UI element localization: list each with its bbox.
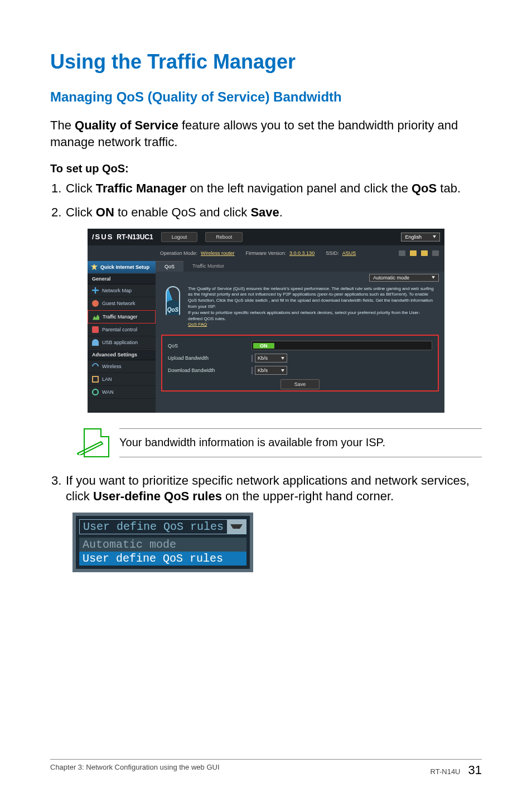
- dropdown-screenshot: User define QoS rules Automatic mode Use…: [50, 513, 482, 572]
- step1-c: tab.: [437, 181, 461, 195]
- wan-icon: [92, 389, 99, 395]
- step-1-number: 1.: [51, 181, 66, 197]
- footer-chapter: Chapter 3: Network Configuration using t…: [50, 763, 220, 777]
- quick-setup-label: Quick Internet Setup: [100, 264, 149, 270]
- reboot-button[interactable]: Reboot: [205, 232, 243, 242]
- qos-toggle[interactable]: ON: [252, 341, 432, 350]
- sidebar-item-usb-application[interactable]: USB application: [88, 336, 156, 349]
- fw-value[interactable]: 3.0.0.3.130: [289, 250, 315, 256]
- chevron-down-icon: [227, 520, 246, 534]
- model-label: RT-N13UC1: [117, 233, 153, 241]
- guest-network-icon: [92, 300, 99, 307]
- step1-b: on the left navigation panel and click t…: [186, 181, 412, 195]
- intro-paragraph: The Quality of Service feature allows yo…: [50, 117, 482, 150]
- sidebar-section-general: General: [88, 273, 156, 284]
- sidebar-item-traffic-manager[interactable]: Traffic Manager: [88, 310, 156, 323]
- section-heading: Managing QoS (Quality of Service) Bandwi…: [50, 89, 482, 105]
- footer-page-number: 31: [468, 763, 482, 777]
- intro-bold: Quality of Service: [75, 118, 178, 132]
- sidebar-quick-setup[interactable]: Quick Internet Setup: [88, 261, 156, 273]
- qos-form-highlight: QoS ON Upload Bandwidth Kb/s Download Ba…: [161, 335, 439, 392]
- step-3-body: If you want to prioritize specific netwo…: [66, 473, 482, 505]
- logout-button[interactable]: Logout: [161, 232, 198, 242]
- step2-a: Click: [66, 205, 96, 219]
- fw-label: Firmware Version:: [246, 250, 287, 256]
- router-main: QoS Traffic Monitor Automatic mode The Q…: [156, 261, 444, 413]
- status-icon[interactable]: [432, 250, 439, 256]
- sidebar-item-wan[interactable]: WAN: [88, 386, 156, 399]
- tab-qos[interactable]: QoS: [156, 261, 183, 272]
- tab-traffic-monitor[interactable]: Traffic Monitor: [183, 261, 233, 272]
- wan-label: WAN: [102, 389, 114, 395]
- upload-unit-select[interactable]: Kb/s: [255, 354, 287, 363]
- qos-gauge-icon: [166, 286, 180, 315]
- sidebar-item-network-map[interactable]: Network Map: [88, 284, 156, 297]
- save-button[interactable]: Save: [280, 379, 320, 389]
- router-titlebar: /SUS RT-N13UC1 Logout Reboot English: [88, 229, 444, 245]
- sidebar-section-advanced: Advanced Settings: [88, 349, 156, 360]
- sidebar-item-wireless[interactable]: Wireless: [88, 360, 156, 373]
- setup-heading: To set up QoS:: [50, 162, 482, 175]
- step-3: 3. If you want to prioritize specific ne…: [50, 473, 482, 505]
- page-footer: Chapter 3: Network Configuration using t…: [50, 759, 482, 777]
- chevron-down-icon: [281, 369, 284, 372]
- dropdown-option-user-define[interactable]: User define QoS rules: [79, 552, 246, 566]
- download-unit-select[interactable]: Kb/s: [255, 366, 287, 375]
- language-select[interactable]: English: [401, 233, 440, 241]
- qos-description: The Quality of Service (QoS) ensures the…: [188, 286, 434, 328]
- download-input[interactable]: [252, 367, 253, 374]
- traffic-manager-label: Traffic Manager: [103, 314, 138, 320]
- step-2-body: Click ON to enable QoS and click Save.: [66, 205, 482, 221]
- sidebar-item-lan[interactable]: LAN: [88, 373, 156, 386]
- status-icon[interactable]: [410, 250, 417, 256]
- qos-mode-select[interactable]: Automatic mode: [369, 274, 439, 282]
- op-mode-value[interactable]: Wireless router: [201, 250, 235, 256]
- step-1-body: Click Traffic Manager on the left naviga…: [66, 181, 482, 197]
- step-3-number: 3.: [51, 473, 66, 505]
- lan-label: LAN: [102, 376, 112, 382]
- footer-device: RT-N14U: [431, 767, 461, 776]
- wireless-label: Wireless: [102, 364, 122, 369]
- step-2-number: 2.: [51, 205, 66, 221]
- wifi-icon: [91, 361, 100, 371]
- qos-faq-link[interactable]: QoS FAQ: [188, 322, 207, 327]
- dropdown-option-automatic[interactable]: Automatic mode: [79, 538, 246, 552]
- chevron-down-icon: [433, 235, 436, 238]
- step2-bold1: ON: [96, 205, 114, 219]
- lan-icon: [92, 376, 99, 383]
- statusbar-icons: [399, 250, 444, 256]
- ssid-value[interactable]: ASUS: [342, 250, 356, 256]
- toggle-off-space: [274, 343, 292, 349]
- qos-rules-select[interactable]: User define QoS rules: [79, 519, 246, 534]
- page-heading: Using the Traffic Manager: [50, 50, 482, 74]
- step-1: 1. Click Traffic Manager on the left nav…: [50, 181, 482, 197]
- toggle-on-label: ON: [253, 343, 274, 349]
- status-icon[interactable]: [421, 250, 428, 256]
- unit-label: Kb/s: [258, 355, 268, 361]
- note-icon: [84, 428, 109, 457]
- sidebar-item-parental-control[interactable]: Parental control: [88, 323, 156, 336]
- network-map-label: Network Map: [102, 288, 132, 293]
- step1-a: Click: [66, 181, 96, 195]
- download-label: Download Bandwidth: [168, 368, 252, 373]
- footer-right: RT-N14U31: [431, 763, 482, 777]
- sidebar-item-guest-network[interactable]: Guest Network: [88, 297, 156, 310]
- router-sidebar: Quick Internet Setup General Network Map…: [88, 261, 156, 413]
- status-icon[interactable]: [399, 250, 405, 256]
- step1-bold1: Traffic Manager: [96, 181, 187, 195]
- step-2: 2. Click ON to enable QoS and click Save…: [50, 205, 482, 221]
- note-text: Your bandwidth information is available …: [119, 436, 385, 449]
- step2-c: .: [279, 205, 283, 219]
- guest-network-label: Guest Network: [102, 301, 136, 306]
- op-mode-label: Operation Mode:: [160, 250, 197, 256]
- parental-control-label: Parental control: [102, 327, 137, 332]
- wizard-icon: [91, 264, 98, 270]
- traffic-manager-icon: [93, 313, 99, 320]
- upload-label: Upload Bandwidth: [168, 355, 252, 361]
- chevron-down-icon: [432, 276, 435, 279]
- usb-icon: [92, 339, 99, 346]
- usb-app-label: USB application: [102, 340, 138, 345]
- upload-input[interactable]: [252, 355, 253, 362]
- unit-label: Kb/s: [258, 368, 268, 373]
- intro-text-a: The: [50, 118, 75, 132]
